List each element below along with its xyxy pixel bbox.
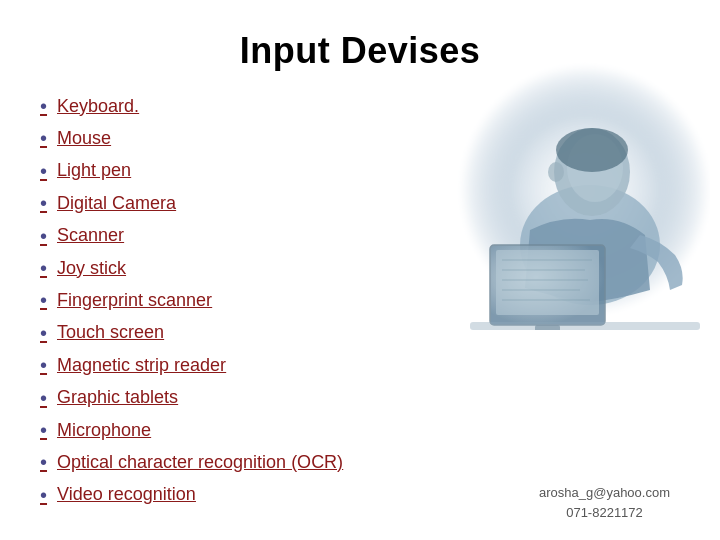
list-item: Microphone bbox=[40, 414, 680, 446]
list-item: Fingerprint scanner bbox=[40, 284, 680, 316]
list-item: Touch screen bbox=[40, 317, 680, 349]
list-item: Graphic tablets bbox=[40, 382, 680, 414]
items-list: Keyboard. Mouse Light pen Digital Camera… bbox=[40, 90, 680, 511]
list-item: Light pen bbox=[40, 155, 680, 187]
list-item: Keyboard. bbox=[40, 90, 680, 122]
list-item: Optical character recognition (OCR) bbox=[40, 446, 680, 478]
list-item: Video recognition bbox=[40, 479, 680, 511]
list-item: Digital Camera bbox=[40, 187, 680, 219]
slide: Input Devises Keyboard. Mouse Light pen … bbox=[0, 0, 720, 540]
list-item: Joy stick bbox=[40, 252, 680, 284]
list-item: Magnetic strip reader bbox=[40, 349, 680, 381]
content-area: Keyboard. Mouse Light pen Digital Camera… bbox=[40, 90, 680, 511]
list-area: Keyboard. Mouse Light pen Digital Camera… bbox=[40, 90, 680, 511]
list-item: Scanner bbox=[40, 220, 680, 252]
list-item: Mouse bbox=[40, 122, 680, 154]
